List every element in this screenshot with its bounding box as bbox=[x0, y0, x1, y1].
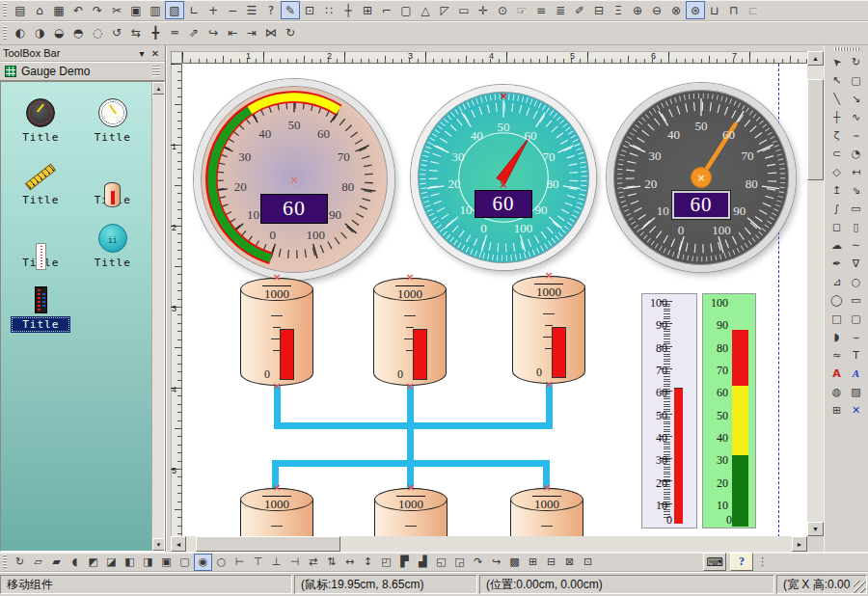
cut-button[interactable]: ✂ bbox=[107, 1, 126, 19]
skew-vertical-button[interactable]: ▰ bbox=[47, 554, 66, 571]
make-same-both-button[interactable]: ⊠ bbox=[560, 554, 579, 571]
connector-tool[interactable]: ∫ bbox=[827, 200, 847, 218]
same-height-button[interactable]: ↕ bbox=[359, 554, 377, 571]
flip-vertical-button[interactable]: ◨ bbox=[139, 554, 157, 571]
curve-node-button[interactable]: ↪ bbox=[203, 24, 223, 42]
bring-front-button[interactable]: ▛ bbox=[395, 554, 414, 571]
make-same-v-button[interactable]: ⊟ bbox=[542, 554, 560, 571]
zoom-in-button[interactable]: ⊕ bbox=[628, 1, 647, 19]
tank-level-gauge[interactable]: × 1000 0 × bbox=[240, 278, 313, 386]
merge-combine-button[interactable]: ◌ bbox=[88, 24, 107, 42]
bring-forward-button[interactable]: ◱ bbox=[432, 554, 450, 571]
tank-level-gauge[interactable]: × 1000 bbox=[240, 488, 313, 536]
tank-level-gauge[interactable]: × 1000 bbox=[510, 488, 583, 536]
toolbox-scrollbar[interactable]: ▲ ▼ bbox=[151, 82, 164, 551]
horizontal-scroll-thumb[interactable] bbox=[196, 536, 340, 552]
toolbox-item-ball-gauge[interactable]: Title bbox=[77, 215, 149, 270]
delete-tool[interactable]: ✕ bbox=[847, 401, 866, 420]
tank-level-gauge[interactable]: × 1000 0 × bbox=[373, 278, 447, 386]
pan-button[interactable]: ☞ bbox=[512, 1, 531, 19]
vertical-scroll-thumb[interactable] bbox=[807, 79, 824, 180]
vertical-scrollbar[interactable]: ▲ ▼ bbox=[807, 51, 824, 536]
send-back-button[interactable]: ▟ bbox=[414, 554, 432, 571]
nudge-move-button[interactable]: ↪ bbox=[487, 554, 505, 571]
ungroup-button[interactable]: ▢ bbox=[176, 554, 194, 571]
scroll-up-icon[interactable]: ▲ bbox=[807, 51, 824, 66]
align-tool-button[interactable]: Ξ bbox=[609, 1, 628, 19]
wave-tool[interactable]: ≈ bbox=[827, 346, 847, 365]
paste-button[interactable]: ▥ bbox=[146, 1, 165, 19]
toolbox-item-tank-gauge[interactable]: Title bbox=[77, 152, 149, 207]
rotate-left-button[interactable]: ◩ bbox=[84, 554, 102, 571]
redo-button[interactable]: ↷ bbox=[88, 1, 107, 19]
free-transform-button[interactable]: ↻ bbox=[281, 24, 300, 42]
measure-button[interactable]: ∟ bbox=[184, 1, 203, 19]
design-mode-button[interactable]: ✎ bbox=[281, 1, 300, 19]
unlock-button[interactable]: ○ bbox=[212, 554, 231, 571]
polygon-select-button[interactable]: △ bbox=[416, 1, 435, 19]
horizontal-scrollbar[interactable]: ◄ ► bbox=[171, 536, 807, 552]
scribble-tool[interactable]: ∼ bbox=[847, 236, 866, 255]
properties-button[interactable]: ≡ bbox=[531, 1, 551, 19]
merge-intersect-button[interactable]: ◑ bbox=[30, 24, 49, 42]
zone-bar-gauge[interactable]: 100908070605040302010 0 bbox=[702, 293, 756, 528]
align-bottom-button[interactable]: ⊥ bbox=[267, 554, 285, 571]
arrow-line-tool[interactable]: ↘ bbox=[847, 90, 866, 108]
text-tool[interactable]: T bbox=[847, 346, 866, 365]
dial-gauge-bands[interactable]: 0102030405060708090100 × 60 bbox=[194, 79, 394, 280]
spline-tool[interactable]: ∿ bbox=[847, 108, 866, 126]
merge-union-button[interactable]: ◐ bbox=[11, 24, 30, 42]
toolbar-overflow-button[interactable]: ⋮ bbox=[753, 554, 772, 571]
align-top-button[interactable]: ⊤ bbox=[249, 554, 267, 571]
copy-button[interactable]: ▣ bbox=[126, 1, 146, 19]
tank-level-gauge[interactable]: × 1000 0 × bbox=[512, 276, 585, 384]
rotate-right-button[interactable]: ◪ bbox=[102, 554, 121, 571]
vertical-scroll-track[interactable] bbox=[807, 66, 824, 522]
grid-button[interactable]: ∷ bbox=[319, 1, 339, 19]
toolbox-item-bar-meter-gauge[interactable]: Title bbox=[5, 278, 77, 333]
toolbox-collapse-button[interactable]: ▾ bbox=[135, 47, 149, 60]
thermometer-gauge[interactable]: 100908070605040302010 0 bbox=[641, 293, 697, 528]
new-button[interactable]: ▤ bbox=[11, 1, 30, 19]
direct-select-button[interactable]: ◸ bbox=[435, 1, 454, 19]
globe-tool[interactable]: ◍ bbox=[827, 383, 847, 401]
save-button[interactable]: ▦ bbox=[49, 1, 68, 19]
merge-exclude-button[interactable]: ◓ bbox=[68, 24, 88, 42]
flip-nodes-button[interactable]: ⋈ bbox=[261, 24, 281, 42]
context-help-button[interactable]: ? bbox=[730, 553, 753, 571]
free-rotate-button[interactable]: ↻ bbox=[11, 554, 29, 571]
merge-subtract-button[interactable]: ◒ bbox=[49, 24, 68, 42]
snap-corner-button[interactable]: ⌐ bbox=[377, 1, 396, 19]
distribute-height-button[interactable]: ⇥ bbox=[242, 24, 261, 42]
anchor-button[interactable]: ✛ bbox=[474, 1, 493, 19]
path-tool[interactable]: ∇ bbox=[847, 255, 866, 273]
open-button[interactable]: ⌂ bbox=[30, 1, 49, 19]
space-down-button[interactable]: ⇅ bbox=[322, 554, 340, 571]
closed-path-tool[interactable]: ⊿ bbox=[827, 273, 847, 291]
segment-button[interactable]: ═ bbox=[165, 24, 184, 42]
dial-gauge-teal[interactable]: 0102030405060708090100 × × 60 bbox=[411, 85, 596, 270]
polygon-tool[interactable]: ◇ bbox=[827, 163, 847, 181]
toolbox-close-button[interactable]: ✕ bbox=[149, 47, 162, 60]
dimension-v-tool[interactable]: ↥ bbox=[827, 181, 847, 200]
pie-tool[interactable]: ◔ bbox=[847, 145, 866, 163]
align-right-button[interactable]: ⊣ bbox=[285, 554, 304, 571]
print-button[interactable]: ☰ bbox=[242, 1, 261, 19]
snap-grid-button[interactable]: ⊞ bbox=[358, 1, 377, 19]
toolbar-grip[interactable] bbox=[3, 3, 7, 17]
skew-shape-button[interactable]: ⇆ bbox=[126, 24, 146, 42]
rotate-shape-button[interactable]: ↺ bbox=[107, 24, 126, 42]
resize-grip-icon[interactable] bbox=[854, 581, 866, 593]
design-canvas[interactable]: 0102030405060708090100 × 60 bbox=[182, 64, 807, 536]
scroll-down-icon[interactable]: ▼ bbox=[152, 538, 165, 551]
rectangle-tool[interactable]: ▭ bbox=[847, 291, 866, 310]
cross-tool[interactable]: ┼ bbox=[827, 108, 847, 126]
horizontal-scroll-track[interactable] bbox=[186, 536, 792, 552]
open-arc-tool[interactable]: ⊂ bbox=[827, 145, 847, 163]
dimension-diag-tool[interactable]: ⇘ bbox=[847, 181, 866, 200]
dial-gauge-dark[interactable]: 0102030405060708090100 × 60 bbox=[607, 83, 796, 272]
add-button[interactable]: + bbox=[203, 1, 223, 19]
fit-width-button[interactable]: ⊔ bbox=[705, 1, 724, 19]
frame-button[interactable]: ▭ bbox=[454, 1, 474, 19]
grid-settings-button[interactable]: ⊟ bbox=[589, 1, 609, 19]
